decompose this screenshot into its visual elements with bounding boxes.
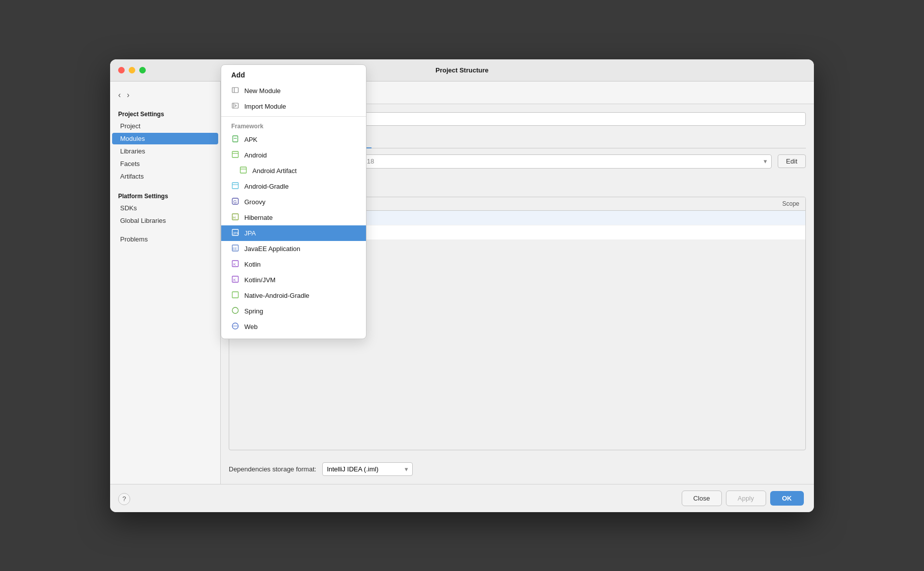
dialog-title: Project Structure [435,66,488,74]
dropdown-item-apk[interactable]: APK [221,132,366,147]
framework-section-label: Framework [221,119,366,132]
new-module-label: New Module [244,87,281,95]
jpa-label: JPA [244,229,256,237]
deps-col-scope-header: Scope [749,200,799,207]
dropdown-item-jpa[interactable]: JPA JPA [221,225,366,241]
groovy-label: Groovy [244,198,265,206]
forward-button[interactable]: › [125,90,131,101]
kotlin-label: Kotlin [244,261,261,268]
android-gradle-icon [231,182,239,191]
project-settings-label: Project Settings [110,107,220,120]
dropdown-item-hibernate[interactable]: H Hibernate [221,210,366,225]
spring-label: Spring [244,307,263,315]
dropdown-item-kotlin-jvm[interactable]: K Kotlin/JVM [221,272,366,288]
sidebar-item-sdks[interactable]: SDKs [112,202,218,214]
kotlin-jvm-label: Kotlin/JVM [244,276,275,284]
storage-format-value: IntelliJ IDEA (.iml) [327,465,379,473]
title-bar: Project Structure [110,59,814,81]
close-window-button[interactable] [118,67,125,73]
svg-rect-10 [232,183,238,189]
dropdown-item-spring[interactable]: Spring [221,303,366,319]
kotlin-icon: K [231,260,239,269]
sidebar: ‹ › Project Settings Project Modules Lib… [110,81,221,484]
svg-rect-8 [240,167,246,173]
storage-dropdown-icon: ▾ [405,465,408,473]
svg-text:JPA: JPA [233,231,239,235]
storage-format-label: Dependencies storage format: [229,465,316,473]
dropdown-item-web[interactable]: Web [221,319,366,335]
import-module-icon [231,102,239,111]
android-artifact-icon [239,166,247,176]
dropdown-item-native-android-gradle[interactable]: Native-Android-Gradle [221,288,366,303]
sidebar-item-artifacts[interactable]: Artifacts [112,171,218,182]
dialog-body: ‹ › Project Settings Project Modules Lib… [110,81,814,484]
svg-text:K: K [233,278,236,282]
svg-text:EE: EE [232,247,237,251]
javaee-label: JavaEE Application [244,245,300,253]
sidebar-item-project[interactable]: Project [112,120,218,132]
svg-rect-0 [232,88,238,93]
dropdown-item-android-artifact[interactable]: Android Artifact [221,163,366,179]
svg-rect-4 [233,136,238,142]
project-structure-dialog: Project Structure ‹ › Project Settings P… [110,59,814,512]
dropdown-item-android[interactable]: Android [221,147,366,163]
hibernate-icon: H [231,213,239,222]
web-label: Web [244,323,258,331]
javaee-icon: EE [231,244,239,254]
android-label: Android [244,151,267,159]
dialog-footer: Close Apply OK [110,484,814,512]
sidebar-navigation: ‹ › [110,90,220,107]
dropdown-item-import-module[interactable]: Import Module [221,99,366,114]
platform-settings-label: Platform Settings [110,189,220,202]
dropdown-item-javaee[interactable]: EE JavaEE Application [221,241,366,257]
maximize-window-button[interactable] [139,67,146,73]
svg-text:G: G [233,199,237,204]
apk-icon [231,135,239,144]
dropdown-item-groovy[interactable]: G Groovy [221,194,366,210]
window-controls [118,67,146,73]
spring-icon [231,306,239,316]
storage-format-row: Dependencies storage format: IntelliJ ID… [229,456,806,476]
android-gradle-label: Android-Gradle [244,183,289,190]
dropdown-separator-1 [221,116,366,117]
dropdown-item-kotlin[interactable]: K Kotlin [221,257,366,272]
jpa-icon: JPA [231,228,239,238]
minimize-window-button[interactable] [129,67,135,73]
import-module-label: Import Module [244,103,286,110]
svg-point-25 [232,307,238,313]
add-dropdown: Add New Module Import Module Framework A… [221,64,366,339]
sidebar-item-global-libraries[interactable]: Global Libraries [112,215,218,226]
kotlin-jvm-icon: K [231,275,239,285]
svg-text:H: H [233,215,236,220]
svg-text:K: K [233,262,236,267]
dropdown-title: Add [221,69,366,83]
sidebar-item-problems[interactable]: Problems [112,233,218,245]
hibernate-label: Hibernate [244,214,272,221]
edit-sdk-button[interactable]: Edit [778,154,806,168]
dropdown-item-new-module[interactable]: New Module [221,83,366,99]
dropdown-item-android-gradle[interactable]: Android-Gradle [221,179,366,194]
svg-rect-24 [232,292,238,298]
svg-rect-6 [232,151,238,157]
native-android-gradle-label: Native-Android-Gradle [244,292,309,299]
sidebar-item-modules[interactable]: Modules [112,133,218,144]
android-icon [231,150,239,160]
apply-button[interactable]: Apply [726,491,766,506]
web-icon [231,322,239,332]
close-button[interactable]: Close [682,491,722,506]
svg-rect-2 [232,103,238,108]
groovy-icon: G [231,197,239,207]
sdk-dropdown-icon: ▾ [764,157,767,165]
back-button[interactable]: ‹ [116,90,123,101]
help-button[interactable]: ? [118,493,130,505]
native-android-gradle-icon [231,291,239,300]
sidebar-item-libraries[interactable]: Libraries [112,145,218,157]
storage-format-select[interactable]: IntelliJ IDEA (.iml) ▾ [322,462,413,476]
sidebar-item-facets[interactable]: Facets [112,158,218,170]
ok-button[interactable]: OK [770,491,804,506]
new-module-icon [231,86,239,96]
apk-label: APK [244,136,257,143]
android-artifact-label: Android Artifact [252,167,297,175]
